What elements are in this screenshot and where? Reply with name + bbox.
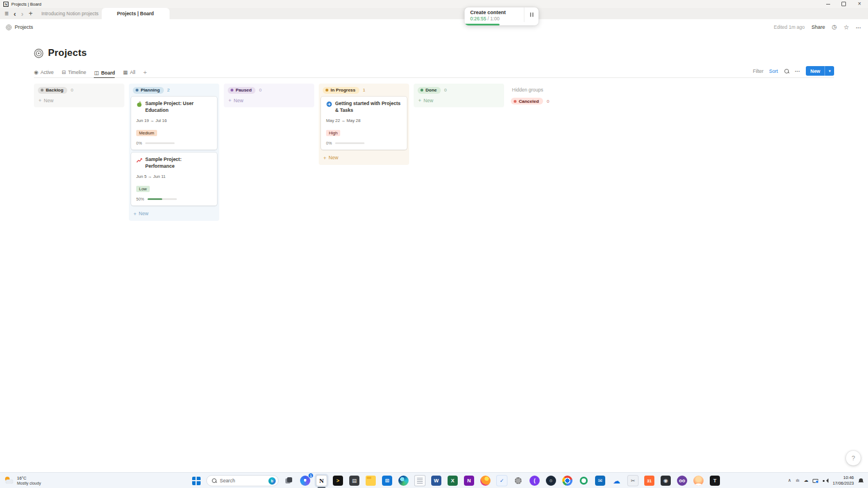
new-card-button[interactable]: New [321, 152, 407, 164]
board-column-done: Done0New [414, 84, 504, 107]
notifications-bell-icon[interactable] [858, 478, 863, 483]
dark-camera-app-icon[interactable]: ◉ [659, 474, 672, 487]
history-icon[interactable] [832, 24, 837, 30]
group-pill-canceled[interactable]: Canceled [511, 98, 543, 104]
terminal-icon[interactable]: > [332, 474, 344, 487]
project-card[interactable]: Sample Project: User EducationJun 19 → J… [131, 97, 217, 150]
file-explorer-icon[interactable] [364, 474, 377, 487]
network-icon[interactable]: ılı [796, 478, 799, 483]
browser-tab-1[interactable]: Projects | Board [102, 8, 170, 19]
chrome-icon[interactable] [561, 474, 574, 487]
word-icon[interactable]: W [430, 474, 442, 487]
group-name: Planning [141, 88, 160, 93]
settings-gear-icon[interactable] [512, 474, 524, 487]
notes-app-icon[interactable] [414, 474, 426, 487]
forward-icon[interactable] [21, 10, 23, 18]
bing-icon[interactable]: b [268, 477, 276, 485]
progress-track [335, 142, 364, 144]
excel-icon[interactable]: X [446, 474, 459, 487]
view-tab-board[interactable]: ◫Board [94, 70, 115, 78]
search-icon[interactable] [784, 68, 789, 74]
peach-app-icon[interactable] [692, 474, 705, 487]
weather-widget[interactable]: 16°C Mostly cloudy [5, 473, 41, 488]
green-ring-app-icon[interactable] [578, 474, 590, 487]
filter-button[interactable]: Filter [753, 68, 763, 74]
new-card-button[interactable]: New [36, 95, 122, 106]
help-button[interactable]: ? [846, 451, 861, 465]
group-pill-planning[interactable]: Planning [133, 87, 164, 94]
view-tab-all[interactable]: ▦All [123, 69, 135, 77]
group-count: 2 [167, 88, 170, 93]
purple-app-icon[interactable]: ( [528, 474, 541, 487]
minimize-button[interactable] [825, 1, 831, 7]
teams-chat-icon[interactable]: 1 [299, 474, 311, 487]
share-button[interactable]: Share [811, 24, 825, 30]
todo-icon[interactable]: ✓ [496, 474, 508, 487]
project-card[interactable]: Getting started with Projects & TasksMay… [321, 97, 407, 150]
onedrive-icon[interactable]: ☁ [610, 474, 623, 487]
column-header: Backlog0 [36, 85, 122, 95]
sidebar-menu-icon[interactable] [5, 10, 8, 17]
back-icon[interactable] [14, 10, 16, 18]
new-dropdown-icon[interactable]: ▾ [824, 66, 834, 76]
group-count: 0 [259, 88, 261, 93]
group-name: Backlog [46, 88, 63, 93]
close-button[interactable] [857, 1, 862, 7]
new-button[interactable]: New ▾ [806, 66, 834, 76]
purple-mascot-app-icon[interactable]: oo [676, 474, 688, 487]
pause-button[interactable] [524, 7, 539, 22]
sort-button[interactable]: Sort [769, 68, 778, 74]
maximize-button[interactable] [841, 1, 847, 7]
green-apple-icon [136, 101, 142, 107]
breadcrumb[interactable]: Projects [6, 24, 33, 30]
group-pill-backlog[interactable]: Backlog [38, 87, 67, 94]
add-view-icon[interactable]: + [143, 69, 146, 77]
view-tab-timeline[interactable]: ⊟Timeline [62, 69, 86, 77]
dark-terminal-app-icon[interactable]: T [709, 474, 721, 487]
progress-label: 50% [136, 197, 144, 201]
weather-condition: Mostly cloudy [17, 481, 41, 486]
edge-icon[interactable] [397, 474, 410, 487]
group-pill-done[interactable]: Done [418, 87, 441, 94]
onedrive-tray-icon[interactable]: ☁ [804, 478, 808, 483]
notion-taskbar-icon[interactable]: N [315, 474, 328, 487]
status-dot [514, 100, 517, 103]
group-pill-in-progress[interactable]: In Progress [323, 87, 359, 94]
tray-chevron-icon[interactable]: ∧ [788, 478, 791, 483]
new-card-button[interactable]: New [226, 95, 312, 106]
microsoft-store-icon[interactable]: ⊞ [381, 474, 393, 487]
new-card-button[interactable]: New [131, 208, 217, 220]
project-card[interactable]: Sample Project: PerformanceJun 5 → Jun 1… [131, 152, 217, 206]
start-button[interactable] [190, 474, 202, 487]
timer-card[interactable]: Create content 0:26:55 / 1:00 [465, 7, 539, 25]
volume-icon[interactable] [823, 478, 828, 483]
window-titlebar: N Projects | Board [0, 0, 868, 8]
task-view-icon[interactable] [283, 474, 295, 487]
taskbar-search-input[interactable] [220, 478, 266, 483]
more-options-icon[interactable] [856, 24, 861, 30]
snipping-tool-icon[interactable]: ✂ [627, 474, 639, 487]
new-card-button[interactable]: New [416, 95, 502, 106]
calendar-31-icon[interactable]: 31 [643, 474, 656, 487]
all-icon: ▦ [123, 70, 128, 75]
steam-icon[interactable]: ○ [545, 474, 557, 487]
weather-temp: 16°C [17, 476, 41, 481]
view-tab-active[interactable]: ◉Active [34, 69, 54, 77]
board-column-planning: Planning2Sample Project: User EducationJ… [129, 84, 219, 221]
firefox-icon[interactable] [479, 474, 492, 487]
onenote-icon[interactable]: N [463, 474, 475, 487]
favorite-star-icon[interactable] [844, 24, 849, 30]
group-pill-paused[interactable]: Paused [228, 87, 255, 94]
progress-row: 50% [136, 197, 212, 201]
priority-tag: Low [136, 182, 212, 193]
browser-tab-0[interactable]: Introducing Notion projects [38, 8, 102, 19]
taskbar-clock[interactable]: 10:46 17/06/2023 [832, 475, 854, 486]
new-tab-icon[interactable] [29, 10, 33, 17]
display-icon[interactable] [813, 479, 818, 483]
toolbar-more-icon[interactable]: ••• [795, 69, 800, 73]
outlook-icon[interactable]: ✉ [594, 474, 606, 487]
priority-tag: High [326, 127, 402, 137]
progress-fill [147, 198, 162, 200]
taskbar-search[interactable]: b [206, 475, 279, 486]
calculator-icon[interactable]: ▤ [348, 474, 361, 487]
